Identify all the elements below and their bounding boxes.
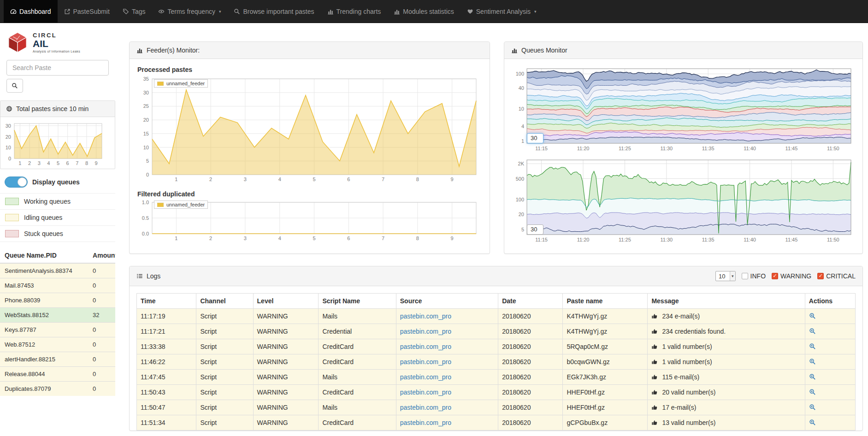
queue-row-web-87512: Web.87512 0 <box>0 337 115 352</box>
checkbox-icon: ✓ <box>742 273 748 279</box>
filter-checkbox-critical[interactable]: ✓ CRITICAL <box>817 272 856 280</box>
svg-text:4: 4 <box>278 177 281 182</box>
nav-item-dashboard[interactable]: Dashboard ▾ <box>4 0 58 23</box>
log-row: 11:50:43 Script WARNING CreditCard paste… <box>137 385 856 400</box>
svg-text:3: 3 <box>244 177 247 182</box>
logo-ail-text: AIL <box>33 39 80 49</box>
search-button[interactable] <box>6 79 23 93</box>
queue-status-legend: Working queues Idling queues Stuck queue… <box>0 194 115 242</box>
nav-item-pastesubmit[interactable]: PasteSubmit ▾ <box>58 0 116 23</box>
log-row: 11:51:34 Script WARNING CreditCard paste… <box>137 415 856 430</box>
nav-item-trending-charts[interactable]: Trending charts ▾ <box>321 0 388 23</box>
queues-panel-title: Queues Monitor <box>521 47 567 54</box>
total-pastes-title: Total pastes since 10 min <box>16 105 89 112</box>
search-plus-icon <box>809 373 816 380</box>
svg-text:2: 2 <box>28 160 31 166</box>
svg-text:11:35: 11:35 <box>702 146 714 151</box>
processed-pastes-chart: 12345678905101520253035 <box>136 74 482 185</box>
show-paste-button[interactable] <box>809 419 816 426</box>
show-paste-button[interactable] <box>809 373 816 381</box>
queue-name: Web.87512 <box>0 337 88 352</box>
show-paste-button[interactable] <box>809 389 816 396</box>
search-paste-input[interactable] <box>6 60 109 76</box>
svg-text:7: 7 <box>382 236 384 241</box>
svg-text:5: 5 <box>146 158 149 164</box>
thumbs-up-icon <box>651 389 658 395</box>
svg-text:11:30: 11:30 <box>660 237 673 242</box>
svg-text:9: 9 <box>451 236 454 241</box>
nav-item-modules-statistics[interactable]: Modules statistics ▾ <box>387 0 460 23</box>
nav-item-terms-frequency[interactable]: Terms frequency ▾ <box>152 0 227 23</box>
checkbox-icon: ✓ <box>817 273 824 279</box>
svg-text:11:25: 11:25 <box>619 237 631 242</box>
source-link[interactable]: pastebin.com_pro <box>400 358 451 365</box>
nav-item-sentiment-analysis[interactable]: Sentiment Analysis ▾ <box>461 0 543 23</box>
queue-name: Release.88044 <box>0 367 88 382</box>
queue-name: Mail.87453 <box>0 278 88 293</box>
svg-text:0.5: 0.5 <box>142 215 149 221</box>
top-navbar: Dashboard ▾ PasteSubmit ▾ Tags ▾ Terms f… <box>0 0 868 23</box>
search-plus-icon <box>809 389 816 395</box>
svg-text:25: 25 <box>143 103 149 109</box>
feeder-panel-heading: Feeder(s) Monitor: <box>130 42 490 59</box>
source-link[interactable]: pastebin.com_pro <box>400 419 451 426</box>
total-pastes-heading: Total pastes since 10 min <box>0 101 115 117</box>
source-link[interactable]: pastebin.com_pro <box>400 343 451 350</box>
logs-column-header: Paste name <box>563 294 648 309</box>
logs-column-header: Message <box>648 294 805 309</box>
bar-chart-icon <box>136 47 143 53</box>
show-paste-button[interactable] <box>809 328 816 335</box>
source-link[interactable]: pastebin.com_pro <box>400 312 451 320</box>
source-link[interactable]: pastebin.com_pro <box>400 373 451 381</box>
nav-item-tags[interactable]: Tags ▾ <box>116 0 152 23</box>
svg-text:8: 8 <box>416 236 419 241</box>
source-link[interactable]: pastebin.com_pro <box>400 389 451 396</box>
logo-circl-text: CIRCL <box>33 32 80 39</box>
svg-text:0.0: 0.0 <box>142 231 149 236</box>
queues-monitor-panel: Queues Monitor 10040104111:1511:2011:251… <box>504 41 863 254</box>
queue-refresh-input[interactable]: 30 <box>527 224 543 235</box>
svg-text:20: 20 <box>143 117 149 123</box>
nav-item-browse-important-pastes[interactable]: Browse important pastes ▾ <box>227 0 320 23</box>
svg-text:2: 2 <box>209 236 212 241</box>
queue-refresh-input[interactable]: 30 <box>527 133 543 143</box>
ail-dashboard-page: Dashboard ▾ PasteSubmit ▾ Tags ▾ Terms f… <box>0 0 868 436</box>
display-queues-toggle[interactable] <box>5 177 28 188</box>
svg-text:6: 6 <box>66 160 69 166</box>
globe-icon <box>6 106 12 112</box>
queues-panel-heading: Queues Monitor <box>504 42 862 59</box>
svg-text:8: 8 <box>416 177 419 182</box>
svg-text:1: 1 <box>521 138 524 144</box>
svg-text:20: 20 <box>519 212 524 217</box>
show-paste-button[interactable] <box>809 343 816 350</box>
svg-text:40: 40 <box>519 85 524 91</box>
svg-text:10: 10 <box>143 145 149 150</box>
svg-text:100: 100 <box>516 197 524 202</box>
show-paste-button[interactable] <box>809 358 816 365</box>
queue-amount: 0 <box>88 337 115 352</box>
thumbs-up-icon <box>651 404 658 411</box>
svg-text:5: 5 <box>57 160 59 166</box>
svg-text:11:45: 11:45 <box>785 237 798 242</box>
log-row: 11:46:22 Script WARNING CreditCard paste… <box>137 354 856 370</box>
filter-checkbox-warning[interactable]: ✓ WARNING <box>772 272 811 280</box>
queue-amount: 0 <box>88 382 115 396</box>
log-row: 11:17:21 Script WARNING Credential paste… <box>137 324 856 339</box>
svg-text:500: 500 <box>516 176 524 182</box>
logs-page-size-select[interactable]: 10 ▾ <box>715 271 736 281</box>
show-paste-button[interactable] <box>809 404 816 411</box>
legend-swatch <box>5 230 19 237</box>
source-link[interactable]: pastebin.com_pro <box>400 404 451 411</box>
filter-checkbox-info[interactable]: ✓ INFO <box>742 272 766 280</box>
queue-amount: 0 <box>88 293 115 308</box>
legend-swatch <box>157 203 164 207</box>
svg-text:6: 6 <box>347 177 350 182</box>
svg-text:3: 3 <box>244 236 247 241</box>
show-paste-button[interactable] <box>809 312 816 320</box>
svg-text:1: 1 <box>175 236 177 241</box>
queue-amount: 0 <box>88 323 115 337</box>
caret-down-icon: ▾ <box>219 9 221 14</box>
log-row: 11:47:45 Script WARNING Mails pastebin.c… <box>137 370 856 385</box>
source-link[interactable]: pastebin.com_pro <box>400 328 451 335</box>
queue-name: Keys.87787 <box>0 323 88 337</box>
